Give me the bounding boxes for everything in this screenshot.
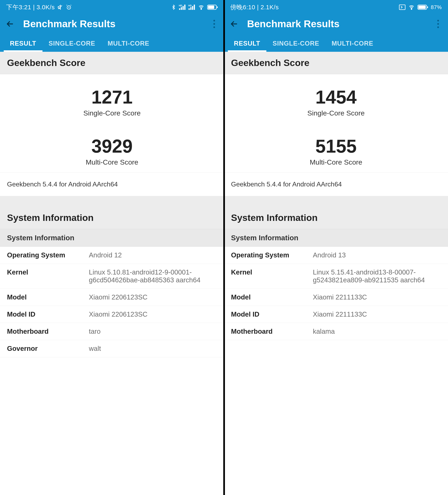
row-value: taro xyxy=(87,328,217,335)
svg-rect-20 xyxy=(427,6,428,8)
multi-core-label: Multi-Core Score xyxy=(0,158,224,166)
status-time: 下午3:21 | 3.0K/s xyxy=(6,3,55,12)
svg-rect-19 xyxy=(418,6,426,9)
row-value: kalama xyxy=(311,328,441,335)
more-vert-icon xyxy=(213,20,215,28)
row-value: Xiaomi 2211133C xyxy=(311,293,441,301)
geekbench-version: Geekbench 5.4.4 for Android AArch64 xyxy=(224,172,448,196)
svg-point-17 xyxy=(411,9,412,10)
multi-core-score-block: 5155 Multi-Core Score xyxy=(224,123,448,172)
row-key: Model xyxy=(7,293,87,301)
system-information-header: System Information xyxy=(224,207,448,229)
tab-bar: RESULT SINGLE-CORE MULTI-CORE xyxy=(224,35,448,52)
system-info-table: Operating SystemAndroid 12 KernelLinux 5… xyxy=(0,247,224,357)
signal-1-icon: HD xyxy=(179,4,186,10)
single-core-score: 1454 xyxy=(224,87,448,108)
mute-icon xyxy=(57,4,63,10)
system-information-subheader: System Information xyxy=(0,229,224,247)
wifi-icon xyxy=(408,4,415,10)
multi-core-score: 3929 xyxy=(0,136,224,157)
signal-2-icon: HD xyxy=(188,4,195,10)
svg-rect-7 xyxy=(189,8,190,10)
battery-icon xyxy=(207,4,218,10)
section-gap xyxy=(224,196,448,207)
svg-rect-3 xyxy=(181,7,182,10)
battery-icon xyxy=(418,4,428,10)
left-pane: 下午3:21 | 3.0K/s HD HD Benchmark Results xyxy=(0,0,224,495)
cast-icon xyxy=(399,4,406,10)
row-key: Operating System xyxy=(7,251,87,259)
table-row: Motherboardtaro xyxy=(0,323,224,340)
row-value: Linux 5.10.81-android12-9-00001-g6cd5046… xyxy=(87,268,217,284)
back-button[interactable] xyxy=(5,19,15,29)
table-row: Operating SystemAndroid 13 xyxy=(224,247,448,264)
row-value: Xiaomi 2206123SC xyxy=(87,293,217,301)
single-core-label: Single-Core Score xyxy=(0,109,224,117)
table-row: KernelLinux 5.15.41-android13-8-00007-g5… xyxy=(224,264,448,289)
status-bar: 傍晚6:10 | 2.1K/s 87% xyxy=(224,0,448,14)
svg-rect-9 xyxy=(192,6,193,10)
multi-core-label: Multi-Core Score xyxy=(224,158,448,166)
row-value: Linux 5.15.41-android13-8-00007-g5243821… xyxy=(311,268,441,284)
single-core-score: 1271 xyxy=(0,87,224,108)
geekbench-version: Geekbench 5.4.4 for Android AArch64 xyxy=(0,172,224,196)
single-core-score-block: 1454 Single-Core Score xyxy=(224,74,448,123)
system-information-subheader: System Information xyxy=(224,229,448,247)
svg-rect-10 xyxy=(194,4,195,10)
app-bar: Benchmark Results xyxy=(0,14,224,35)
battery-percent: 87% xyxy=(431,4,442,11)
row-key: Operating System xyxy=(231,251,311,259)
row-value: walt xyxy=(87,345,217,353)
app-bar: Benchmark Results xyxy=(224,14,448,35)
single-core-label: Single-Core Score xyxy=(224,109,448,117)
row-key: Governor xyxy=(7,345,87,353)
more-vert-icon xyxy=(437,20,439,28)
status-time: 傍晚6:10 | 2.1K/s xyxy=(230,3,279,12)
table-row: Motherboardkalama xyxy=(224,323,448,340)
more-button[interactable] xyxy=(209,19,219,29)
svg-text:HD: HD xyxy=(188,4,191,7)
tab-single-core[interactable]: SINGLE-CORE xyxy=(266,35,325,52)
multi-core-score-block: 3929 Multi-Core Score xyxy=(0,123,224,172)
table-row: KernelLinux 5.10.81-android12-9-00001-g6… xyxy=(0,264,224,289)
tab-result[interactable]: RESULT xyxy=(4,35,42,52)
tab-result[interactable]: RESULT xyxy=(228,35,267,52)
row-key: Model xyxy=(231,293,311,301)
row-key: Motherboard xyxy=(231,328,311,335)
svg-rect-15 xyxy=(217,6,218,8)
more-button[interactable] xyxy=(433,19,443,29)
row-key: Model ID xyxy=(231,310,311,318)
status-bar: 下午3:21 | 3.0K/s HD HD xyxy=(0,0,224,14)
row-value: Xiaomi 2206123SC xyxy=(87,310,217,318)
svg-point-12 xyxy=(201,9,202,10)
page-title: Benchmark Results xyxy=(247,18,425,29)
system-info-table: Operating SystemAndroid 13 KernelLinux 5… xyxy=(224,247,448,340)
svg-rect-8 xyxy=(190,7,191,10)
geekbench-score-header: Geekbench Score xyxy=(0,52,224,74)
row-key: Model ID xyxy=(7,310,87,318)
back-button[interactable] xyxy=(229,19,239,29)
svg-rect-2 xyxy=(179,8,180,10)
multi-core-score: 5155 xyxy=(224,136,448,157)
pane-divider xyxy=(223,0,225,495)
tab-multi-core[interactable]: MULTI-CORE xyxy=(326,35,380,52)
tab-multi-core[interactable]: MULTI-CORE xyxy=(101,35,155,52)
row-key: Motherboard xyxy=(7,328,87,335)
single-core-score-block: 1271 Single-Core Score xyxy=(0,74,224,123)
table-row: Model IDXiaomi 2206123SC xyxy=(0,306,224,323)
wifi-icon xyxy=(198,4,205,10)
row-key: Kernel xyxy=(7,268,87,284)
table-row: Model IDXiaomi 2211133C xyxy=(224,306,448,323)
table-row: ModelXiaomi 2211133C xyxy=(224,289,448,306)
table-row: Governorwalt xyxy=(0,340,224,357)
bluetooth-icon xyxy=(171,4,176,10)
table-row: Operating SystemAndroid 12 xyxy=(0,247,224,264)
section-gap xyxy=(0,196,224,207)
row-value: Xiaomi 2211133C xyxy=(311,310,441,318)
table-row: ModelXiaomi 2206123SC xyxy=(0,289,224,306)
row-key: Kernel xyxy=(231,268,311,284)
tab-bar: RESULT SINGLE-CORE MULTI-CORE xyxy=(0,35,224,52)
svg-text:HD: HD xyxy=(179,4,182,7)
row-value: Android 13 xyxy=(311,251,441,259)
tab-single-core[interactable]: SINGLE-CORE xyxy=(42,35,101,52)
